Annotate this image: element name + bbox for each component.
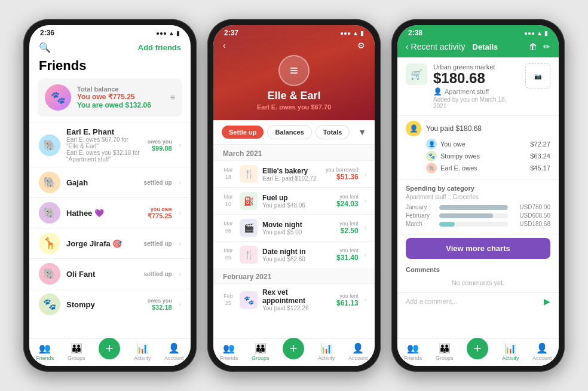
back-button-3[interactable]: ‹ Recent activity xyxy=(406,42,466,51)
view-more-charts-button[interactable]: View more charts xyxy=(406,238,550,259)
nav-account-1[interactable]: 👤 Account xyxy=(164,343,184,361)
nav-groups-2[interactable]: 👪 Groups xyxy=(252,343,270,361)
bar-january: January USD780.00 xyxy=(406,204,550,210)
chevron-earl: › xyxy=(179,142,181,148)
nav-friends-2[interactable]: 👥 Friends xyxy=(220,343,238,361)
trash-icon[interactable]: 🗑 xyxy=(529,42,537,51)
you-are-owed-amount: You are owed $132.06 xyxy=(77,101,164,109)
bar-track-feb xyxy=(439,213,508,218)
phone-1: 2:36 ●●● ▲ ▮ 🔍 Add friends Friends 🐾 Tot… xyxy=(23,19,197,372)
nav-plus-1[interactable]: + xyxy=(99,343,120,361)
expense-fuel[interactable]: Mar10 ⛽ Fuel up You paid $48.06 you lent… xyxy=(213,187,375,214)
balance-menu-icon[interactable]: ≡ xyxy=(170,93,175,102)
edit-icon[interactable]: ✏ xyxy=(543,42,550,51)
expense-info-movie: Movie night You paid $5.00 xyxy=(262,221,335,236)
bottom-nav-1: 👥 Friends 👪 Groups + 📊 Activity xyxy=(29,338,191,366)
activity-icon-3: 📊 xyxy=(504,343,516,354)
nav-plus-2[interactable]: + xyxy=(283,343,304,361)
wifi-icon: ▲ xyxy=(169,30,174,36)
chevron-date-night: › xyxy=(365,252,366,258)
nav-groups-1[interactable]: 👪 Groups xyxy=(68,343,85,361)
group-icon: ≡ xyxy=(278,55,310,86)
comment-field[interactable]: Add a comment... xyxy=(406,298,539,305)
time-1: 2:36 xyxy=(40,29,54,37)
signal-icon-2: ●●● xyxy=(340,30,351,36)
friend-avatar-jorge: 🦒 xyxy=(39,233,60,254)
chevron-movie: › xyxy=(365,225,366,231)
send-icon[interactable]: ▶ xyxy=(544,297,550,306)
friend-name-gajah: Gajah xyxy=(66,178,137,187)
nav-groups-label-2: Groups xyxy=(252,355,270,361)
settings-icon-2[interactable]: ⚙ xyxy=(357,41,365,50)
nav-account-2[interactable]: 👤 Account xyxy=(348,343,368,361)
time-3: 2:38 xyxy=(408,29,422,37)
friend-avatar-earl: 🐘 xyxy=(39,135,60,156)
detail-title: Details xyxy=(473,42,498,51)
status-icons-2: ●●● ▲ ▮ xyxy=(340,30,364,36)
friends-icon-2: 👥 xyxy=(223,343,235,354)
settle-up-tab[interactable]: Settle up xyxy=(222,126,264,139)
friend-item-oli[interactable]: 🐘 Oli Fant settled up › xyxy=(29,258,191,289)
groups-nav-icon: 👪 xyxy=(71,343,82,354)
expense-sub-movie: You paid $5.00 xyxy=(262,229,335,236)
friend-item-hathee[interactable]: 🐘 Hathee 💜 you owe ₹775.25 › xyxy=(29,197,191,228)
friends-icon-3: 👥 xyxy=(407,343,419,354)
section-february: February 2021 xyxy=(213,268,375,283)
nav-friends-3[interactable]: 👥 Friends xyxy=(404,343,422,361)
balance-avatar: 🐾 xyxy=(45,84,71,111)
nav-groups-3[interactable]: 👪 Groups xyxy=(436,343,454,361)
add-button-2[interactable]: + xyxy=(283,338,304,359)
friend-item-stompy[interactable]: 🐾 Stompy owes you $32.18 › xyxy=(29,289,191,319)
nav-friends-label: Friends xyxy=(36,355,54,361)
filter-icon[interactable]: ▼ xyxy=(358,127,366,137)
friend-amount-oli: settled up xyxy=(143,271,172,277)
battery-icon: ▮ xyxy=(176,30,180,36)
photo-placeholder[interactable]: 📷 xyxy=(525,63,550,88)
balances-tab[interactable]: Balances xyxy=(267,125,311,139)
friend-name-earl: Earl E. Phant xyxy=(66,127,142,136)
bar-march: March USD180.68 xyxy=(406,221,550,227)
nav-account-label-3: Account xyxy=(532,355,552,361)
friend-item-gajah[interactable]: 🐘 Gajah settled up › xyxy=(29,167,191,197)
add-button-1[interactable]: + xyxy=(99,338,120,359)
nav-activity-2[interactable]: 📊 Activity xyxy=(318,343,335,361)
nav-activity-3[interactable]: 📊 Activity xyxy=(502,343,519,361)
add-button-3[interactable]: + xyxy=(467,338,488,359)
cart-icon: 🛒 xyxy=(406,63,427,85)
expense-movie[interactable]: Mar06 🎬 Movie night You paid $5.00 you l… xyxy=(213,214,375,241)
friend-item-earl[interactable]: 🐘 Earl E. Phant Earl E. owes $67.70 for … xyxy=(29,123,191,167)
expense-info-fuel: Fuel up You paid $48.06 xyxy=(262,194,332,209)
expense-vet[interactable]: Feb25 🐾 Rex vet appointment You paid $12… xyxy=(213,283,375,316)
dining-icon: 🍴 xyxy=(240,246,258,264)
nav-activity-1[interactable]: 📊 Activity xyxy=(134,343,151,361)
nav-account-label-2: Account xyxy=(348,355,368,361)
expense-ellies-bakery[interactable]: Mar18 🍴 Ellie's bakery Earl E. paid $102… xyxy=(213,160,375,187)
totals-tab[interactable]: Totals xyxy=(316,125,350,139)
friend-item-jorge[interactable]: 🦒 Jorge Jirafa 🎯 settled up › xyxy=(29,228,191,258)
group-sub: Earl E. owes you $67.70 xyxy=(257,103,331,111)
split-amount-0: $72.27 xyxy=(530,140,550,148)
nav-account-3[interactable]: 👤 Account xyxy=(532,343,552,361)
friend-info-earl: Earl E. Phant Earl E. owes $67.70 for "E… xyxy=(66,127,142,163)
bar-value-mar: USD180.68 xyxy=(512,221,550,227)
friends-title: Friends xyxy=(29,58,191,78)
expense-date-night[interactable]: Mar05 🍴 Date night in You paid $62.80 yo… xyxy=(213,241,375,268)
date-mar10: Mar10 xyxy=(222,194,235,207)
add-friends-button[interactable]: Add friends xyxy=(138,43,181,52)
phone-3: 2:38 ●●● ▲ ▮ ‹ Recent activity Details 🗑… xyxy=(391,19,565,372)
friend-avatar-gajah: 🐘 xyxy=(39,172,60,193)
status-bar-1: 2:36 ●●● ▲ ▮ xyxy=(29,25,191,38)
signal-icon: ●●● xyxy=(156,30,167,36)
expense-name-vet: Rex vet appointment xyxy=(262,288,332,305)
account-nav-icon: 👤 xyxy=(168,343,180,354)
search-icon[interactable]: 🔍 xyxy=(39,42,51,53)
friend-name-oli: Oli Fant xyxy=(66,270,137,279)
header-icons-3: 🗑 ✏ xyxy=(529,42,550,51)
nav-friends-1[interactable]: 👥 Friends xyxy=(36,343,54,361)
back-button-2[interactable]: ‹ xyxy=(223,41,226,50)
bar-label-mar: March xyxy=(406,221,436,227)
bar-fill-jan xyxy=(439,205,508,210)
nav-plus-3[interactable]: + xyxy=(467,343,488,361)
status-bar-3: 2:38 ●●● ▲ ▮ xyxy=(397,25,559,38)
friend-amount-stompy: owes you $32.18 xyxy=(148,298,172,311)
